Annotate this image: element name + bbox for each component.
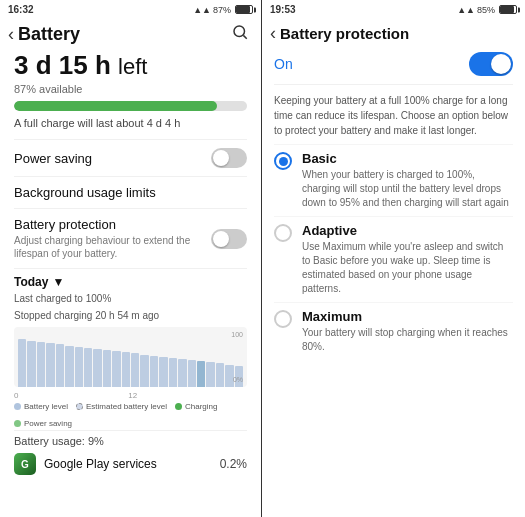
- chart-bar: [93, 349, 101, 387]
- chart-bar: [150, 356, 158, 387]
- chart-bar: [131, 353, 139, 387]
- left-header: ‹ Battery: [0, 17, 261, 50]
- battery-percent: 87% available: [14, 83, 247, 95]
- chart-bar: [159, 357, 167, 387]
- app-icon: G: [14, 453, 36, 475]
- on-row: On: [274, 48, 513, 85]
- option-adaptive[interactable]: Adaptive Use Maximum while you're asleep…: [274, 216, 513, 302]
- back-button-left[interactable]: ‹: [8, 24, 14, 45]
- radio-inner-basic: [279, 157, 288, 166]
- option-maximum-desc: Your battery will stop charging when it …: [302, 326, 513, 354]
- legend-battery-level: Battery level: [14, 402, 68, 411]
- chart-bar: [206, 362, 214, 387]
- back-button-right[interactable]: ‹: [270, 23, 276, 44]
- battery-bar-fill: [14, 101, 217, 111]
- status-bar-left: 16:32 ▲▲ 87%: [0, 0, 261, 17]
- chart-bar: [140, 355, 148, 387]
- today-section: Today ▼ Last charged to 100% Stopped cha…: [14, 268, 247, 430]
- chart-bar: [84, 348, 92, 387]
- option-maximum-text: Maximum Your battery will stop charging …: [302, 309, 513, 354]
- legend-charging: Charging: [175, 402, 217, 411]
- signal-icon-left: ▲▲: [193, 5, 211, 15]
- background-usage-row[interactable]: Background usage limits: [14, 176, 247, 208]
- charge-info: A full charge will last about 4 d 4 h: [14, 117, 247, 129]
- chart-bar: [122, 352, 130, 387]
- option-basic-title: Basic: [302, 151, 513, 166]
- battery-protection-sub: Adjust charging behaviour to extend the …: [14, 234, 204, 260]
- status-icons-left: ▲▲ 87%: [193, 5, 253, 15]
- power-saving-label: Power saving: [14, 151, 92, 166]
- today-line2: Stopped charging 20 h 54 m ago: [14, 308, 247, 323]
- chart-bar: [216, 363, 224, 387]
- search-button-left[interactable]: [231, 23, 249, 46]
- protection-toggle[interactable]: [469, 52, 513, 76]
- right-screen: 19:53 ▲▲ 85% ‹ Battery protection On Kee…: [262, 0, 525, 517]
- chart-bar: [56, 344, 64, 387]
- option-basic[interactable]: Basic When your battery is charged to 10…: [274, 144, 513, 216]
- page-title-left: Battery: [18, 24, 231, 45]
- chart-bar: [18, 339, 26, 387]
- legend-estimated: Estimated battery level: [76, 402, 167, 411]
- on-label: On: [274, 56, 293, 72]
- chart-bar: [65, 346, 73, 387]
- chart-legend: Battery level Estimated battery level Ch…: [14, 402, 247, 428]
- status-bar-right: 19:53 ▲▲ 85%: [262, 0, 525, 17]
- option-adaptive-title: Adaptive: [302, 223, 513, 238]
- option-adaptive-text: Adaptive Use Maximum while you're asleep…: [302, 223, 513, 296]
- power-saving-knob: [213, 150, 229, 166]
- option-basic-text: Basic When your battery is charged to 10…: [302, 151, 513, 210]
- chart-bar: [103, 350, 111, 387]
- protection-toggle-knob: [491, 54, 511, 74]
- app-pct: 0.2%: [220, 457, 247, 471]
- battery-main: 3 d 15 h left 87% available A full charg…: [0, 50, 261, 517]
- chart-bar: [75, 347, 83, 387]
- left-screen: 16:32 ▲▲ 87% ‹ Battery 3 d 15 h left 87%…: [0, 0, 262, 517]
- option-basic-desc: When your battery is charged to 100%, ch…: [302, 168, 513, 210]
- radio-maximum[interactable]: [274, 310, 292, 328]
- right-header: ‹ Battery protection: [262, 17, 525, 48]
- battery-usage-section: Battery usage: 9% G Google Play services…: [14, 430, 247, 481]
- battery-protection-toggle[interactable]: [211, 229, 247, 249]
- chart-bar: [46, 343, 54, 387]
- battery-icon-right: [499, 5, 517, 14]
- status-icons-right: ▲▲ 85%: [457, 5, 517, 15]
- power-saving-row: Power saving: [14, 139, 247, 176]
- battery-icon-left: [235, 5, 253, 14]
- chart-label-100: 100: [231, 331, 243, 338]
- legend-dot: [175, 403, 182, 410]
- battery-bar: [14, 101, 247, 111]
- battery-protection-label: Battery protection: [14, 217, 204, 232]
- page-title-right: Battery protection: [280, 25, 513, 42]
- legend-dot: [14, 420, 21, 427]
- chart-bar: [112, 351, 120, 387]
- battery-protection-text: Battery protection Adjust charging behav…: [14, 217, 204, 260]
- legend-power-saving: Power saving: [14, 419, 72, 428]
- chart-bar: [197, 361, 205, 387]
- dropdown-icon: ▼: [52, 275, 64, 289]
- app-name: Google Play services: [44, 457, 212, 471]
- radio-adaptive[interactable]: [274, 224, 292, 242]
- option-maximum[interactable]: Maximum Your battery will stop charging …: [274, 302, 513, 360]
- today-label[interactable]: Today ▼: [14, 275, 247, 289]
- svg-line-1: [243, 35, 246, 38]
- battery-protection-knob: [213, 231, 229, 247]
- battery-pct-right: 85%: [477, 5, 495, 15]
- chart-bar: [188, 360, 196, 387]
- protection-main: On Keeping your battery at a full 100% c…: [262, 48, 525, 517]
- signal-icon-right: ▲▲: [457, 5, 475, 15]
- svg-point-0: [234, 26, 245, 37]
- battery-protection-row: Battery protection Adjust charging behav…: [14, 208, 247, 268]
- legend-dot: [14, 403, 21, 410]
- time-left: 16:32: [8, 4, 34, 15]
- chart-bar: [178, 359, 186, 387]
- app-row[interactable]: G Google Play services 0.2%: [14, 451, 247, 477]
- chart-bar: [27, 341, 35, 387]
- option-maximum-title: Maximum: [302, 309, 513, 324]
- battery-chart: 100 0%: [14, 327, 247, 387]
- chart-bar: [169, 358, 177, 387]
- power-saving-toggle[interactable]: [211, 148, 247, 168]
- radio-basic[interactable]: [274, 152, 292, 170]
- today-line1: Last charged to 100%: [14, 291, 247, 306]
- background-usage-label: Background usage limits: [14, 185, 156, 200]
- option-adaptive-desc: Use Maximum while you're asleep and swit…: [302, 240, 513, 296]
